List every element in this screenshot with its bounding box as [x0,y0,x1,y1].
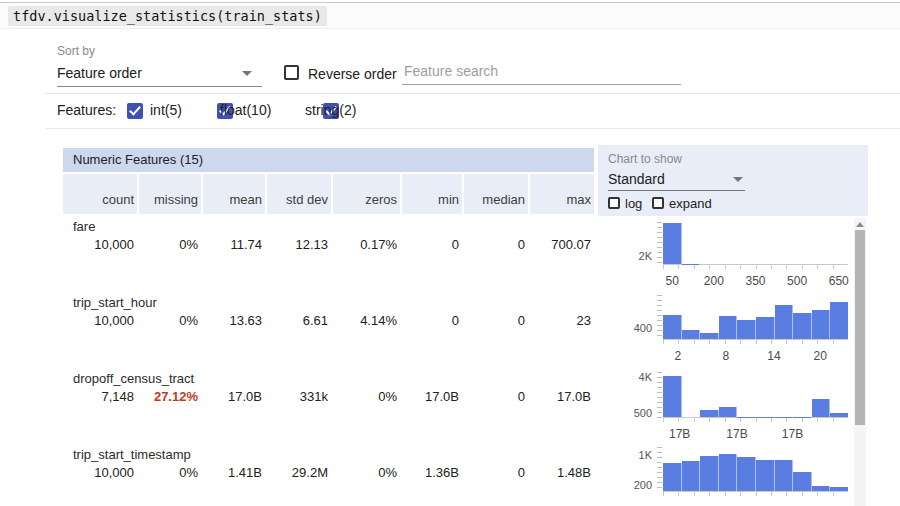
cell-max: 17.0B [528,388,594,406]
cell-zeros: 0% [331,388,400,406]
feature-search-input[interactable] [402,58,681,85]
column-header-zeros: zeros [331,174,400,214]
y-axis-tick-label: 200 [634,479,652,491]
histogram-fare: 2K 50200350500650 [630,222,848,265]
cell-zeros: 4.14% [331,312,400,330]
column-header-min: min [400,174,462,214]
x-axis-tick-label: 20 [814,349,827,363]
vertical-scrollbar[interactable] [854,218,866,506]
histogram-bar [719,316,738,339]
scrollbar-thumb[interactable] [855,230,865,425]
histogram-bar [700,456,719,491]
histogram-bar [663,315,682,339]
y-axis-ticks [657,447,662,492]
histogram-bar [756,460,775,491]
cell-stddev: 331k [265,388,331,406]
sort-by-select[interactable]: Feature order [57,62,262,87]
y-axis-tick-label: 1K [639,449,652,461]
cell-count: 10,000 [63,312,137,330]
chart-type-select[interactable]: Standard [608,169,745,191]
cell-missing-alert: 27.12% [137,388,201,406]
string-checkbox-label: string(2) [305,102,356,118]
table-header-row: count missing mean std dev zeros min med… [63,174,594,214]
expand-checkbox[interactable] [652,197,664,209]
histogram-bar [663,463,682,491]
divider [45,93,900,94]
features-label: Features: [57,102,116,118]
histogram-bar [830,302,848,339]
y-axis-labels: 400 [630,295,652,340]
histogram-plot[interactable] [663,447,848,492]
reverse-order-checkbox[interactable] [284,65,299,80]
cell-stddev: 6.61 [265,312,331,330]
histogram-plot[interactable] [663,295,848,340]
feature-name: trip_start_hour [63,294,594,312]
x-axis-tick-label: 500 [787,274,807,288]
cell-median: 0 [462,388,528,406]
table-row: dropoff_census_tract 7,148 27.12% 17.0B … [63,366,594,442]
y-axis-labels: 1K200 [630,447,652,492]
sort-by-value: Feature order [57,65,142,81]
histogram-dropoff-census-tract: 4K500 17B17B17B [630,372,848,418]
cell-count: 10,000 [63,236,137,254]
histogram-bar [682,330,701,339]
cell-median: 0 [462,312,528,330]
cell-min: 1.36B [400,464,462,482]
chevron-down-icon [242,71,252,76]
x-axis-tick-label: 2 [674,349,681,363]
scroll-up-button[interactable] [854,218,866,230]
chart-to-show-label: Chart to show [608,152,682,166]
histogram-bar [719,454,738,491]
cell-max: 1.48B [528,464,594,482]
histogram-bar [812,486,831,491]
feature-name: trip_start_timestamp [63,446,594,464]
divider [45,128,900,129]
y-axis-labels: 2K [630,222,652,265]
x-axis-ticks [663,265,848,269]
x-axis-tick-label: 200 [704,274,724,288]
code-cell: tfdv.visualize_statistics(train_stats) [0,2,900,29]
histogram-bar [663,376,682,418]
histogram-plot[interactable] [663,372,848,418]
x-axis-labels [663,501,848,506]
code-text: tfdv.visualize_statistics(train_stats) [8,6,327,26]
histogram-bar [812,310,831,339]
cell-min: 0 [400,236,462,254]
int-checkbox[interactable] [127,103,143,119]
cell-stddev: 12.13 [265,236,331,254]
x-axis-tick-label: 8 [723,349,730,363]
table-row: fare 10,000 0% 11.74 12.13 0.17% 0 0 700… [63,214,594,290]
cell-missing: 0% [137,464,201,482]
x-axis-tick-label: 350 [745,274,765,288]
histogram-plot[interactable] [663,222,848,265]
cell-mean: 11.74 [201,236,265,254]
histogram-bar [737,320,756,339]
table-row: trip_start_hour 10,000 0% 13.63 6.61 4.1… [63,290,594,366]
cell-missing: 0% [137,312,201,330]
x-axis-tick-label: 50 [666,274,679,288]
histogram-bar [700,333,719,339]
y-axis-ticks [657,295,662,340]
histogram-bar [830,413,848,417]
cell-mean: 13.63 [201,312,265,330]
expand-checkbox-label: expand [669,196,712,211]
histogram-bar [793,313,812,339]
histogram-bar [663,223,682,264]
log-checkbox[interactable] [608,197,620,209]
int-checkbox-label: int(5) [150,102,182,118]
y-axis-tick-label: 2K [639,250,652,262]
cell-median: 0 [462,236,528,254]
x-axis-ticks [663,340,848,344]
chevron-down-icon [733,177,743,182]
column-header-missing: missing [137,174,201,214]
column-header-median: median [462,174,528,214]
histogram-bar [775,305,794,339]
y-axis-tick-label: 4K [639,371,652,383]
tfdv-statistics-page: tfdv.visualize_statistics(train_stats) S… [0,0,900,506]
x-axis-tick-label: 650 [829,274,849,288]
cell-count: 7,148 [63,388,137,406]
histogram-trip-start-timestamp: 1K200 [630,447,848,492]
column-header-max: max [528,174,594,214]
cell-min: 17.0B [400,388,462,406]
reverse-order-label: Reverse order [308,66,397,82]
